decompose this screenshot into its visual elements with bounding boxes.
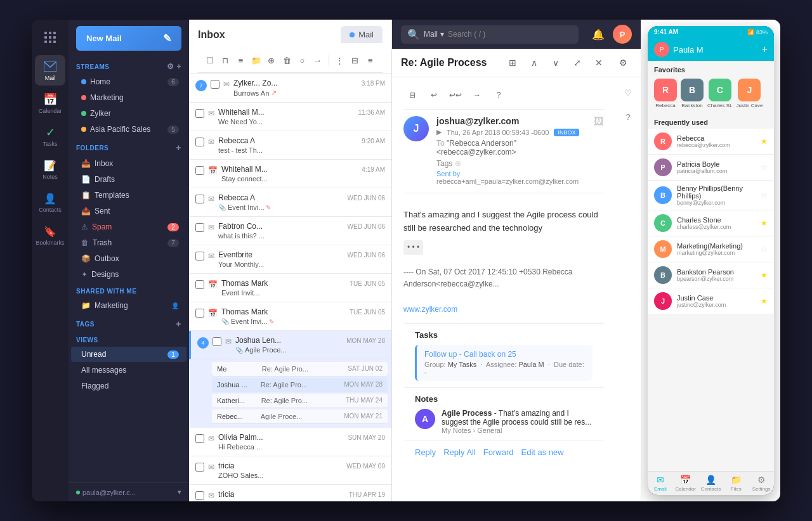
email-checkbox-4[interactable] — [195, 166, 204, 175]
streams-add-icon[interactable]: + — [176, 62, 181, 71]
filter-btn[interactable]: ⊓ — [219, 52, 231, 68]
star-4[interactable]: ★ — [761, 219, 768, 228]
email-checkbox-5[interactable] — [195, 195, 204, 203]
sidebar-item-trash[interactable]: 🗑 Trash 7 — [71, 235, 187, 250]
delete-btn[interactable]: 🗑 — [281, 52, 292, 68]
email-item-2[interactable]: ✉ Whitehall M... 11:36 AM We Need Yo... — [189, 103, 391, 131]
forward-button[interactable]: Forward — [483, 447, 514, 457]
select-all-btn[interactable]: ☐ — [204, 52, 216, 68]
contact-item-4[interactable]: C Charles Stone charless@zylker.com ★ — [648, 210, 774, 236]
thread-item-3[interactable]: Katheri... Re: Agile Pro... THU MAY 24 — [212, 394, 388, 408]
sidebar-item-notes[interactable]: 📝 Notes — [35, 154, 65, 184]
right-icon-2[interactable]: ? — [619, 108, 637, 125]
collapse-btn[interactable]: ≡ — [365, 52, 376, 68]
close-email-btn[interactable]: ✕ — [590, 54, 608, 72]
folder-btn[interactable]: 📁 — [251, 52, 262, 68]
edit-as-new-button[interactable]: Edit as new — [521, 447, 564, 457]
email-attachment-preview-icon[interactable]: 🖼 — [594, 116, 604, 127]
app-grid-button[interactable] — [39, 26, 62, 49]
email-checkbox-12[interactable] — [195, 463, 204, 472]
email-checkbox-10[interactable] — [213, 337, 221, 346]
prev-email-btn[interactable]: ∧ — [525, 54, 543, 72]
email-checkbox-8[interactable] — [195, 280, 204, 289]
sidebar-item-marketing[interactable]: Marketing — [71, 90, 187, 105]
email-checkbox-11[interactable] — [195, 434, 204, 443]
email-item-13[interactable]: ✉ tricia THU APR 19 Chat : Hi - C... — [189, 485, 391, 501]
email-item-9[interactable]: 📅 Thomas Mark TUE JUN 05 📎 Event Invi...… — [189, 302, 391, 331]
email-item-8[interactable]: 📅 Thomas Mark TUE JUN 05 Event Invit... — [189, 274, 391, 302]
star-6[interactable]: ★ — [761, 271, 768, 280]
reply-all-button[interactable]: Reply All — [443, 447, 476, 457]
sidebar-item-shared-marketing[interactable]: 📁 Marketing 👤 — [71, 298, 187, 313]
mail-tab[interactable]: Mail — [341, 26, 383, 43]
notification-btn[interactable]: 🔔 — [589, 25, 608, 44]
user-dropdown-icon[interactable]: ▾ — [178, 488, 181, 496]
sidebar-item-tasks[interactable]: ✓ Tasks — [35, 121, 65, 151]
star-2[interactable]: ☆ — [761, 163, 768, 172]
more-btn[interactable]: ⋮ — [334, 52, 345, 68]
sidebar-item-designs[interactable]: ✦ Designs — [71, 267, 187, 282]
sidebar-item-flagged[interactable]: Flagged — [71, 378, 187, 394]
folders-add-icon[interactable]: + — [176, 143, 181, 153]
sidebar-item-spam[interactable]: ⚠ Spam 2 — [71, 219, 187, 235]
right-icon-1[interactable]: ♡ — [619, 84, 637, 101]
star-5[interactable]: ☆ — [761, 245, 768, 254]
sidebar-item-asiapacific[interactable]: Asia Pacific Sales 5 — [71, 122, 187, 137]
next-email-btn[interactable]: ∨ — [547, 54, 565, 72]
phone-nav-contacts[interactable]: 👤 Contacts — [698, 472, 724, 495]
email-item-6[interactable]: ✉ Fabtron Co... WED JUN 06 what is this?… — [189, 217, 391, 245]
sidebar-item-templates[interactable]: 📋 Templates — [71, 188, 187, 203]
sidebar-item-outbox[interactable]: 📦 Outbox — [71, 251, 187, 266]
more-actions-btn[interactable]: ? — [490, 86, 508, 104]
preview-btn[interactable]: ⊞ — [504, 54, 521, 72]
sort-btn[interactable]: ≡ — [235, 52, 246, 68]
email-item-11[interactable]: ✉ Olivia Palm... SUN MAY 20 Hi Rebecca .… — [189, 428, 391, 456]
mark-btn[interactable]: ○ — [296, 52, 308, 68]
fav-item-1[interactable]: R Rebecca — [654, 79, 677, 108]
sidebar-item-bookmarks[interactable]: 🔖 Bookmarks — [35, 220, 65, 250]
sidebar-item-inbox[interactable]: 📥 Inbox — [71, 156, 187, 171]
task-item[interactable]: Follow up - Call back on 25 Group: My Ta… — [415, 345, 593, 381]
sidebar-item-sent[interactable]: 📤 Sent — [71, 203, 187, 219]
contact-item-7[interactable]: J Justin Case justinc@zylker.com ★ — [648, 288, 774, 314]
source-view-btn[interactable]: ⊟ — [403, 86, 421, 104]
sidebar-item-calendar[interactable]: 📅 Calendar — [35, 88, 65, 119]
email-checkbox-7[interactable] — [195, 252, 204, 260]
reply-btn-top[interactable]: ↩ — [425, 86, 443, 104]
contact-item-1[interactable]: R Rebecca rebecca@zylker.com ★ — [648, 129, 774, 155]
fav-item-4[interactable]: J Justin Cave — [737, 79, 763, 108]
fav-item-2[interactable]: B Bankston — [681, 79, 704, 108]
sidebar-item-home[interactable]: Home 6 — [71, 74, 187, 89]
open-new-window-btn[interactable]: ⤢ — [568, 54, 586, 72]
move-btn[interactable]: → — [311, 52, 323, 68]
email-item-3[interactable]: ✉ Rebecca A 9:20 AM test - test Th... — [189, 131, 391, 160]
star-7[interactable]: ★ — [761, 297, 768, 306]
thread-item-2[interactable]: Joshua ... Re: Agile Pro... MON MAY 28 — [212, 378, 388, 392]
tag-add-icon[interactable]: ⊕ — [455, 159, 461, 168]
view-mode-btn[interactable]: ⊟ — [350, 52, 361, 68]
contact-item-6[interactable]: B Bankston Pearson bpearson@zylker.com ★ — [648, 262, 774, 288]
email-checkbox-1[interactable] — [211, 80, 219, 89]
reply-all-btn-top[interactable]: ↩↩ — [447, 86, 464, 104]
phone-add-contact-icon[interactable]: + — [762, 44, 768, 55]
email-item-5[interactable]: ✉ Rebecca A WED JUN 06 📎 Event Invi... ✎ — [189, 188, 391, 217]
tags-add-icon[interactable]: + — [176, 319, 181, 329]
settings-viewer-btn[interactable]: ⚙ — [614, 54, 632, 72]
phone-nav-files[interactable]: 📁 Files — [723, 472, 749, 495]
phone-nav-settings[interactable]: ⚙ Settings — [749, 472, 774, 495]
email-item-4[interactable]: 📅 Whitehall M... 4:19 AM Stay connect... — [189, 160, 391, 188]
sidebar-item-all-messages[interactable]: All messages — [71, 363, 187, 378]
star-1[interactable]: ★ — [761, 137, 768, 146]
email-item-10[interactable]: 4 ✉ Joshua Len... MON MAY 28 📎 Agile Pro… — [189, 331, 391, 359]
thread-item-1[interactable]: Me Re: Agile Pro... SAT JUN 02 — [212, 362, 388, 376]
phone-nav-email[interactable]: ✉ Email — [648, 472, 673, 495]
tag-btn[interactable]: ⊕ — [266, 52, 277, 68]
contact-item-3[interactable]: B Benny Phillips(Benny Phillips) benny@z… — [648, 181, 774, 210]
sidebar-item-mail[interactable]: Mail — [35, 55, 65, 86]
mail-dropdown[interactable]: Mail ▾ — [424, 30, 444, 39]
email-item-1[interactable]: 7 ✉ Zylker... Zo... 3:18 PM Burrows An ↗ — [189, 74, 391, 103]
contact-item-2[interactable]: P Patricia Boyle patricia@allum.com ☆ — [648, 155, 774, 181]
email-checkbox-13[interactable] — [195, 491, 204, 500]
forward-btn-top[interactable]: → — [468, 86, 486, 104]
thread-item-4[interactable]: Rebec... Agile Proce... MON MAY 21 — [212, 409, 388, 424]
